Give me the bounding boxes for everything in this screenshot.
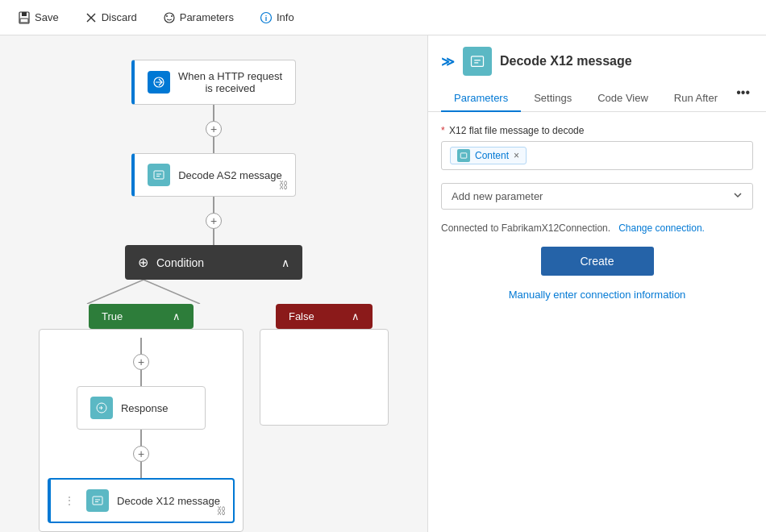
add-parameter-group: Add new parameter <box>441 183 753 210</box>
svg-point-7 <box>171 15 173 17</box>
condition-icon: ⊕ <box>138 255 148 270</box>
save-icon <box>18 11 31 24</box>
svg-point-5 <box>164 13 174 23</box>
discard-label: Discard <box>102 11 137 23</box>
add-true-2[interactable]: + <box>133 446 149 462</box>
line-t2 <box>140 370 142 386</box>
info-label: Info <box>277 11 294 23</box>
false-label: False <box>289 310 314 322</box>
connector-1: + <box>206 105 222 153</box>
info-button[interactable]: i Info <box>255 8 299 27</box>
svg-line-15 <box>144 280 200 304</box>
main-content: When a HTTP request is received + <box>0 35 766 532</box>
decode-as2-link-icon: ⛓ <box>279 180 289 191</box>
panel-body: * X12 flat file message to decode Conten… <box>428 112 766 532</box>
svg-rect-2 <box>20 19 28 23</box>
tab-run-after[interactable]: Run After <box>661 85 731 112</box>
add-parameter-placeholder: Add new parameter <box>452 190 543 202</box>
x12-token-input[interactable]: Content × <box>441 141 753 170</box>
tab-code-view[interactable]: Code View <box>585 85 661 112</box>
decode-x12-node[interactable]: ⋮ Decode X12 message ⛓ <box>48 478 235 523</box>
svg-rect-1 <box>22 12 27 16</box>
svg-text:i: i <box>265 15 268 23</box>
add-step-1[interactable]: + <box>206 121 222 137</box>
connector-2: + <box>206 197 222 245</box>
condition-label: Condition <box>156 256 204 269</box>
parameters-icon <box>163 11 176 24</box>
content-token[interactable]: Content × <box>450 147 527 164</box>
true-collapse-icon: ∧ <box>173 310 181 322</box>
change-connection-link[interactable]: Change connection. <box>618 222 705 234</box>
svg-point-6 <box>166 15 168 17</box>
info-icon: i <box>260 11 273 24</box>
decode-x12-icon <box>86 489 109 512</box>
svg-line-14 <box>87 280 144 304</box>
branch-container: True ∧ + <box>39 280 389 532</box>
false-collapse-icon: ∧ <box>352 310 360 322</box>
http-icon <box>148 71 170 94</box>
svg-rect-11 <box>154 171 164 179</box>
decode-x12-link-icon: ⛓ <box>217 505 227 517</box>
flow-canvas[interactable]: When a HTTP request is received + <box>0 35 427 532</box>
add-true-1[interactable]: + <box>133 354 149 370</box>
false-branch: False ∧ <box>260 304 389 426</box>
toolbar: Save Discard Parameters i I <box>0 0 766 35</box>
panel-collapse-button[interactable]: ≫ <box>441 54 455 69</box>
condition-collapse-icon[interactable]: ∧ <box>281 256 289 269</box>
connector-true-1: + <box>133 338 149 386</box>
token-close-button[interactable]: × <box>514 150 519 161</box>
add-step-2[interactable]: + <box>206 213 222 229</box>
line-1 <box>213 105 214 121</box>
http-label-line2: is received <box>205 82 255 94</box>
decode-as2-label: Decode AS2 message <box>178 169 282 181</box>
drag-handle: ⋮ <box>64 494 75 507</box>
response-label: Response <box>121 402 169 414</box>
manual-connection-link[interactable]: Manually enter connection information <box>441 289 753 301</box>
right-panel: ≫ Decode X12 message Parameters Settings… <box>427 35 766 532</box>
line-t4 <box>140 462 142 478</box>
panel-node-icon <box>463 47 492 76</box>
true-branch-header[interactable]: True ∧ <box>89 304 194 329</box>
parameters-button[interactable]: Parameters <box>158 8 239 27</box>
discard-button[interactable]: Discard <box>80 8 142 27</box>
line-2 <box>213 137 214 153</box>
tab-parameters[interactable]: Parameters <box>441 85 521 112</box>
svg-rect-17 <box>93 497 102 505</box>
svg-rect-23 <box>460 153 467 158</box>
condition-node[interactable]: ⊕ Condition ∧ <box>125 245 302 280</box>
connection-info: Connected to FabrikamX12Connection. Chan… <box>441 222 753 234</box>
create-button[interactable]: Create <box>541 247 654 276</box>
save-label: Save <box>35 11 59 23</box>
decode-as2-icon <box>148 164 170 186</box>
true-label: True <box>102 310 123 322</box>
parameters-label: Parameters <box>180 11 234 23</box>
decode-x12-label: Decode X12 message <box>117 495 220 507</box>
dropdown-chevron-icon <box>733 190 743 202</box>
add-parameter-dropdown[interactable]: Add new parameter <box>441 183 753 210</box>
response-node[interactable]: Response <box>77 386 206 430</box>
line-3 <box>213 197 214 213</box>
required-star: * <box>441 125 445 136</box>
tab-settings[interactable]: Settings <box>521 85 585 112</box>
panel-tabs: Parameters Settings Code View Run After … <box>428 76 766 112</box>
line-t3 <box>140 430 142 446</box>
false-branch-header[interactable]: False ∧ <box>276 304 373 329</box>
flow-nodes: When a HTTP request is received + <box>39 60 389 532</box>
branch-connector-svg <box>39 280 248 304</box>
true-branch: True ∧ + <box>39 304 244 532</box>
more-options-button[interactable]: ••• <box>733 85 753 111</box>
connector-true-2: + <box>133 430 149 478</box>
http-trigger-node[interactable]: When a HTTP request is received <box>131 60 296 105</box>
panel-title: Decode X12 message <box>500 54 632 69</box>
false-branch-body <box>260 329 389 426</box>
svg-rect-20 <box>472 56 484 67</box>
x12-field-group: * X12 flat file message to decode Conten… <box>441 125 753 170</box>
panel-header: ≫ Decode X12 message <box>428 35 766 76</box>
x12-field-label: * X12 flat file message to decode <box>441 125 753 136</box>
decode-as2-node[interactable]: Decode AS2 message ⛓ <box>131 153 296 197</box>
line-t1 <box>140 338 142 354</box>
token-label: Content <box>475 150 509 161</box>
true-branch-body: + Respon <box>39 329 244 532</box>
save-button[interactable]: Save <box>13 8 64 27</box>
discard-icon <box>85 11 98 24</box>
